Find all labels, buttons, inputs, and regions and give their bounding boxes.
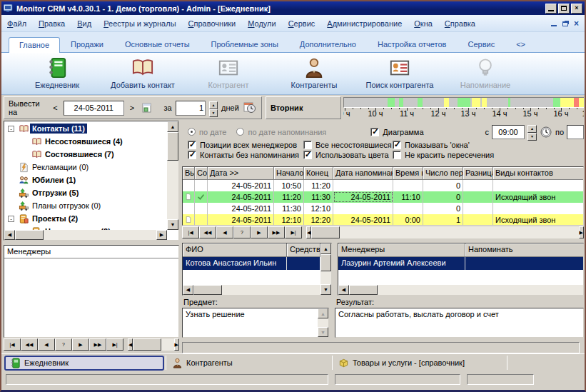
checkbox[interactable] bbox=[393, 151, 401, 159]
table-cell[interactable] bbox=[195, 180, 208, 191]
table-cell[interactable]: 12:20 bbox=[304, 214, 333, 226]
tab-0[interactable]: Главное bbox=[9, 37, 60, 53]
table-nav-button-4[interactable]: ▶ bbox=[251, 226, 268, 238]
check-icon[interactable] bbox=[195, 191, 208, 203]
column-header-2[interactable]: Дата >> bbox=[208, 167, 274, 180]
table-cell[interactable] bbox=[195, 214, 208, 226]
window-tab-2[interactable]: Товары и услуги - [справочник] bbox=[334, 356, 505, 371]
tree-item-2[interactable]: Состоявшиеся (7) bbox=[4, 148, 167, 161]
tree-item-5[interactable]: Отгрузки (5) bbox=[4, 186, 167, 199]
mdi-minimize-button[interactable] bbox=[551, 19, 557, 28]
table-cell[interactable]: 10:50 bbox=[274, 180, 304, 191]
left-nav-button-2[interactable]: ◀ bbox=[38, 338, 55, 351]
next-day-button[interactable]: > bbox=[128, 104, 137, 112]
table-row[interactable]: 24-05-201112:1012:2024-05-20110:001Исход… bbox=[183, 214, 583, 226]
table-cell[interactable] bbox=[195, 203, 208, 214]
tree-item-0[interactable]: -Контакты (11) bbox=[4, 122, 167, 135]
table-cell[interactable] bbox=[333, 180, 393, 191]
table-cell[interactable]: 11:10 bbox=[393, 191, 423, 203]
table-cell[interactable] bbox=[493, 203, 584, 214]
table-cell[interactable] bbox=[393, 203, 423, 214]
tab-7[interactable]: <> bbox=[505, 36, 536, 52]
table-cell[interactable]: 0 bbox=[423, 180, 463, 191]
tab-5[interactable]: Настройка отчетов bbox=[367, 36, 457, 52]
grid-cell[interactable]: Лазурин Артемий Алексееви bbox=[338, 257, 465, 270]
scroll-left-icon[interactable]: ◀ bbox=[183, 285, 193, 295]
toolbar-button-0[interactable]: Ежедневник bbox=[14, 56, 100, 89]
table-cell[interactable]: 24-05-2011 bbox=[208, 203, 274, 214]
mdi-restore-button[interactable] bbox=[562, 19, 568, 28]
tab-4[interactable]: Дополнительно bbox=[289, 36, 367, 52]
tree-vertical-scrollbar[interactable]: ▲ ▼ bbox=[167, 121, 178, 230]
table-cell[interactable] bbox=[393, 180, 423, 191]
toolbar-button-4[interactable]: Поиск контрагента bbox=[357, 56, 443, 89]
maximize-button[interactable] bbox=[558, 4, 570, 14]
menu-item-1[interactable]: Правка bbox=[39, 19, 65, 28]
table-cell[interactable] bbox=[333, 203, 393, 214]
tree-expander-icon[interactable]: - bbox=[8, 216, 14, 222]
tree-item-7[interactable]: -Проекты (2) bbox=[4, 212, 167, 225]
managers-list[interactable] bbox=[4, 258, 178, 337]
table-cell[interactable] bbox=[463, 191, 493, 203]
time-clock-icon[interactable] bbox=[540, 124, 552, 140]
scroll-left-icon[interactable]: ◀ bbox=[4, 230, 15, 240]
grid-column-header[interactable]: Менеджеры bbox=[338, 243, 465, 256]
table-cell[interactable] bbox=[463, 203, 493, 214]
tab-2[interactable]: Основные отчеты bbox=[114, 36, 201, 52]
left-horizontal-scrollbar[interactable]: ◀▶ bbox=[128, 338, 179, 351]
tree-item-8[interactable]: Надо сделать (2) bbox=[4, 225, 167, 230]
close-button[interactable]: × bbox=[571, 4, 582, 14]
column-header-9[interactable]: Виды контактов bbox=[493, 167, 584, 180]
left-nav-button-6[interactable]: ▶| bbox=[106, 338, 123, 351]
scroll-thumb[interactable] bbox=[320, 254, 331, 271]
table-cell[interactable]: 24-05-2011 bbox=[208, 214, 274, 226]
diagram-checkbox[interactable] bbox=[370, 128, 379, 136]
column-header-1[interactable]: Со bbox=[195, 167, 208, 180]
tab-3[interactable]: Проблемные зоны bbox=[201, 36, 289, 52]
column-header-7[interactable]: Число пере bbox=[423, 167, 463, 180]
table-row[interactable]: 24-05-201111:3012:100 bbox=[183, 203, 583, 214]
grid-row[interactable]: Котова Анастасия Ильин bbox=[183, 257, 331, 270]
menu-item-4[interactable]: Справочники bbox=[188, 19, 236, 28]
toolbar-button-1[interactable]: Добавить контакт bbox=[100, 56, 186, 89]
table-nav-button-0[interactable]: |◀ bbox=[182, 226, 199, 238]
days-spinner[interactable]: ▲▼ bbox=[209, 101, 218, 115]
table-cell[interactable]: 11:20 bbox=[304, 180, 333, 191]
toolbar-button-3[interactable]: Контрагенты bbox=[271, 56, 357, 89]
by-reminder-date-radio[interactable] bbox=[236, 128, 244, 136]
table-cell[interactable]: 0:00 bbox=[393, 214, 423, 226]
table-cell[interactable]: 0 bbox=[423, 203, 463, 214]
scroll-thumb[interactable] bbox=[311, 226, 340, 238]
table-cell[interactable]: Исходящий звон bbox=[493, 214, 584, 226]
scroll-thumb[interactable] bbox=[349, 285, 378, 295]
scroll-right-icon[interactable]: ▶ bbox=[156, 230, 167, 240]
grid-row[interactable]: Лазурин Артемий Алексееви bbox=[338, 257, 583, 270]
checkbox[interactable] bbox=[188, 141, 196, 149]
doc-page-icon[interactable] bbox=[183, 191, 195, 203]
scroll-right-icon[interactable]: ▶ bbox=[579, 226, 584, 238]
spin-up-icon[interactable]: ▲ bbox=[527, 125, 537, 133]
tree-horizontal-scrollbar[interactable]: ◀ ▶ bbox=[4, 230, 167, 240]
spin-up-icon[interactable]: ▲ bbox=[209, 101, 218, 109]
tree-item-3[interactable]: Рекламации (0) bbox=[4, 161, 167, 174]
scroll-thumb[interactable] bbox=[133, 338, 161, 351]
from-time-field[interactable]: 09:00 bbox=[492, 125, 525, 139]
scroll-left-icon[interactable]: ◀ bbox=[128, 338, 133, 351]
to-time-field[interactable] bbox=[567, 125, 584, 139]
scroll-up-icon[interactable]: ▲ bbox=[320, 243, 331, 254]
tree-item-1[interactable]: Несостоявшиеся (4) bbox=[4, 135, 167, 148]
result-textarea[interactable]: Согласны работать, выслать договор и сче… bbox=[335, 308, 584, 338]
scroll-thumb[interactable] bbox=[193, 285, 222, 295]
column-header-4[interactable]: Конец bbox=[304, 167, 333, 180]
tab-6[interactable]: Сервис bbox=[457, 36, 505, 52]
column-header-6[interactable]: Время н bbox=[393, 167, 423, 180]
grid-cell[interactable] bbox=[287, 257, 320, 270]
scroll-left-icon[interactable]: ◀ bbox=[338, 285, 349, 295]
grid-cell[interactable]: Котова Анастасия Ильин bbox=[183, 257, 287, 270]
menu-item-2[interactable]: Вид bbox=[77, 19, 91, 28]
grid-column-header[interactable]: Средства bbox=[287, 243, 320, 256]
subject-textarea[interactable]: Узнать решение ▲ ▼ bbox=[182, 308, 329, 338]
left-nav-button-3[interactable]: ? bbox=[55, 338, 72, 351]
table-cell[interactable]: 0 bbox=[423, 191, 463, 203]
scroll-down-icon[interactable]: ▼ bbox=[320, 284, 331, 295]
